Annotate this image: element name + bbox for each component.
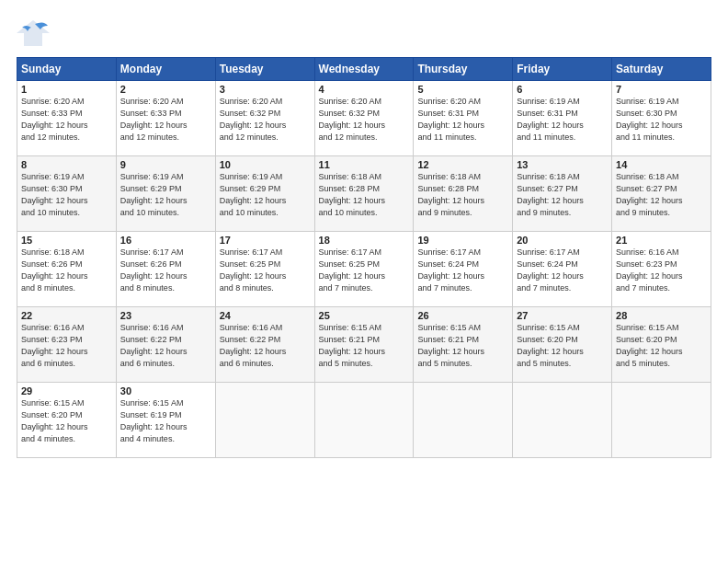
calendar-cell: 2Sunrise: 6:20 AM Sunset: 6:33 PM Daylig… [116,81,215,156]
day-number: 1 [21,84,112,95]
calendar-cell: 22Sunrise: 6:16 AM Sunset: 6:23 PM Dayli… [17,307,117,383]
day-number: 18 [319,235,410,246]
calendar-week-row: 8Sunrise: 6:19 AM Sunset: 6:30 PM Daylig… [17,156,711,232]
calendar-cell: 9Sunrise: 6:19 AM Sunset: 6:29 PM Daylig… [116,156,215,232]
logo-icon [17,17,50,50]
calendar-header-day: Sunday [17,58,117,81]
calendar-cell: 17Sunrise: 6:17 AM Sunset: 6:25 PM Dayli… [215,232,314,307]
day-number: 23 [120,310,211,321]
calendar-cell: 23Sunrise: 6:16 AM Sunset: 6:22 PM Dayli… [116,307,215,383]
day-number: 26 [417,310,508,321]
calendar-cell: 27Sunrise: 6:15 AM Sunset: 6:20 PM Dayli… [513,307,612,383]
day-info: Sunrise: 6:15 AM Sunset: 6:21 PM Dayligh… [319,322,410,370]
day-info: Sunrise: 6:19 AM Sunset: 6:30 PM Dayligh… [21,171,112,219]
day-number: 8 [21,159,112,170]
day-number: 14 [616,159,707,170]
day-number: 6 [517,84,608,95]
page: SundayMondayTuesdayWednesdayThursdayFrid… [0,0,728,563]
day-info: Sunrise: 6:20 AM Sunset: 6:31 PM Dayligh… [417,96,508,144]
calendar-cell: 24Sunrise: 6:16 AM Sunset: 6:22 PM Dayli… [215,307,314,383]
calendar-week-row: 15Sunrise: 6:18 AM Sunset: 6:26 PM Dayli… [17,232,711,307]
calendar-header-day: Tuesday [215,58,314,81]
day-info: Sunrise: 6:16 AM Sunset: 6:23 PM Dayligh… [616,247,707,294]
day-info: Sunrise: 6:19 AM Sunset: 6:29 PM Dayligh… [220,171,311,219]
calendar-cell: 11Sunrise: 6:18 AM Sunset: 6:28 PM Dayli… [314,156,414,232]
day-info: Sunrise: 6:17 AM Sunset: 6:25 PM Dayligh… [319,247,410,294]
calendar-header-day: Saturday [612,58,711,81]
day-number: 10 [220,159,311,170]
day-info: Sunrise: 6:15 AM Sunset: 6:20 PM Dayligh… [616,322,707,370]
calendar-week-row: 1Sunrise: 6:20 AM Sunset: 6:33 PM Daylig… [17,81,711,156]
calendar-cell: 14Sunrise: 6:18 AM Sunset: 6:27 PM Dayli… [612,156,711,232]
calendar-cell: 3Sunrise: 6:20 AM Sunset: 6:32 PM Daylig… [215,81,314,156]
day-info: Sunrise: 6:19 AM Sunset: 6:29 PM Dayligh… [120,171,211,219]
calendar-cell: 1Sunrise: 6:20 AM Sunset: 6:33 PM Daylig… [17,81,117,156]
day-number: 17 [220,235,311,246]
day-number: 4 [319,84,410,95]
day-info: Sunrise: 6:19 AM Sunset: 6:30 PM Dayligh… [616,96,707,144]
day-info: Sunrise: 6:16 AM Sunset: 6:22 PM Dayligh… [120,322,211,370]
day-number: 27 [517,310,608,321]
calendar-header-day: Thursday [414,58,513,81]
header [17,17,711,50]
calendar-cell: 15Sunrise: 6:18 AM Sunset: 6:26 PM Dayli… [17,232,117,307]
day-info: Sunrise: 6:18 AM Sunset: 6:27 PM Dayligh… [517,171,608,219]
calendar-cell [612,383,711,458]
calendar-cell: 10Sunrise: 6:19 AM Sunset: 6:29 PM Dayli… [215,156,314,232]
day-info: Sunrise: 6:18 AM Sunset: 6:26 PM Dayligh… [21,247,112,294]
day-info: Sunrise: 6:18 AM Sunset: 6:27 PM Dayligh… [616,171,707,219]
day-info: Sunrise: 6:17 AM Sunset: 6:24 PM Dayligh… [417,247,508,294]
day-info: Sunrise: 6:18 AM Sunset: 6:28 PM Dayligh… [319,171,410,219]
day-number: 7 [616,84,707,95]
calendar-header-row: SundayMondayTuesdayWednesdayThursdayFrid… [17,58,711,81]
calendar-cell [314,383,414,458]
calendar-cell: 12Sunrise: 6:18 AM Sunset: 6:28 PM Dayli… [414,156,513,232]
calendar-cell: 25Sunrise: 6:15 AM Sunset: 6:21 PM Dayli… [314,307,414,383]
calendar-cell: 28Sunrise: 6:15 AM Sunset: 6:20 PM Dayli… [612,307,711,383]
calendar-week-row: 29Sunrise: 6:15 AM Sunset: 6:20 PM Dayli… [17,383,711,458]
day-number: 16 [120,235,211,246]
calendar-table: SundayMondayTuesdayWednesdayThursdayFrid… [17,57,711,458]
day-info: Sunrise: 6:20 AM Sunset: 6:32 PM Dayligh… [220,96,311,144]
day-info: Sunrise: 6:20 AM Sunset: 6:32 PM Dayligh… [319,96,410,144]
day-number: 19 [417,235,508,246]
calendar-cell: 13Sunrise: 6:18 AM Sunset: 6:27 PM Dayli… [513,156,612,232]
day-number: 11 [319,159,410,170]
calendar-cell: 4Sunrise: 6:20 AM Sunset: 6:32 PM Daylig… [314,81,414,156]
day-info: Sunrise: 6:15 AM Sunset: 6:19 PM Dayligh… [120,397,211,445]
day-info: Sunrise: 6:17 AM Sunset: 6:26 PM Dayligh… [120,247,211,294]
day-info: Sunrise: 6:20 AM Sunset: 6:33 PM Dayligh… [120,96,211,144]
calendar-cell [215,383,314,458]
day-number: 12 [417,159,508,170]
day-number: 5 [417,84,508,95]
calendar-cell: 19Sunrise: 6:17 AM Sunset: 6:24 PM Dayli… [414,232,513,307]
calendar-header-day: Wednesday [314,58,414,81]
day-info: Sunrise: 6:18 AM Sunset: 6:28 PM Dayligh… [417,171,508,219]
calendar-cell: 5Sunrise: 6:20 AM Sunset: 6:31 PM Daylig… [414,81,513,156]
calendar-cell: 21Sunrise: 6:16 AM Sunset: 6:23 PM Dayli… [612,232,711,307]
day-info: Sunrise: 6:16 AM Sunset: 6:23 PM Dayligh… [21,322,112,370]
calendar-cell: 20Sunrise: 6:17 AM Sunset: 6:24 PM Dayli… [513,232,612,307]
day-number: 22 [21,310,112,321]
day-info: Sunrise: 6:20 AM Sunset: 6:33 PM Dayligh… [21,96,112,144]
day-number: 21 [616,235,707,246]
day-number: 24 [220,310,311,321]
calendar-cell: 7Sunrise: 6:19 AM Sunset: 6:30 PM Daylig… [612,81,711,156]
day-number: 9 [120,159,211,170]
day-info: Sunrise: 6:15 AM Sunset: 6:20 PM Dayligh… [517,322,608,370]
calendar-cell: 18Sunrise: 6:17 AM Sunset: 6:25 PM Dayli… [314,232,414,307]
calendar-cell: 30Sunrise: 6:15 AM Sunset: 6:19 PM Dayli… [116,383,215,458]
day-info: Sunrise: 6:16 AM Sunset: 6:22 PM Dayligh… [220,322,311,370]
day-info: Sunrise: 6:17 AM Sunset: 6:25 PM Dayligh… [220,247,311,294]
calendar-header-day: Monday [116,58,215,81]
day-info: Sunrise: 6:15 AM Sunset: 6:21 PM Dayligh… [417,322,508,370]
calendar-cell: 26Sunrise: 6:15 AM Sunset: 6:21 PM Dayli… [414,307,513,383]
calendar-header-day: Friday [513,58,612,81]
calendar-cell [513,383,612,458]
day-number: 3 [220,84,311,95]
day-number: 20 [517,235,608,246]
calendar-cell: 16Sunrise: 6:17 AM Sunset: 6:26 PM Dayli… [116,232,215,307]
day-number: 28 [616,310,707,321]
day-number: 13 [517,159,608,170]
day-number: 25 [319,310,410,321]
